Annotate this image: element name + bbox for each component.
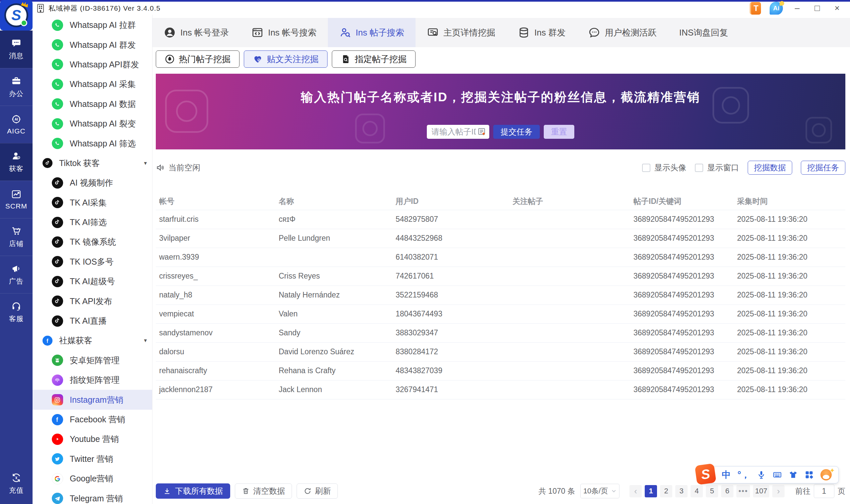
goto-page-input[interactable] <box>814 484 834 498</box>
goto-page: 前往 页 <box>795 484 845 498</box>
reset-button[interactable]: 重置 <box>544 125 574 139</box>
chevron-down-icon[interactable]: ▾ <box>144 337 147 344</box>
tab-homepage-detail-mining[interactable]: 主页详情挖掘 <box>415 18 507 47</box>
submit-task-button[interactable]: 提交任务 <box>493 125 540 139</box>
keyboard-icon[interactable] <box>773 470 782 480</box>
tray-ai-icon[interactable]: Ai <box>769 2 783 15</box>
menu-item-instagram-marketing[interactable]: Instagram营销 <box>33 390 152 409</box>
table-row[interactable]: crissreyes_Criss Reyes742617061368920584… <box>156 267 845 286</box>
next-page-button[interactable]: › <box>772 485 784 497</box>
minimize-button[interactable]: – <box>792 3 803 13</box>
menu-item-tk-api[interactable]: TK API发布 <box>33 291 152 311</box>
subtab-post-follow-mining[interactable]: 贴文关注挖掘 <box>244 51 327 68</box>
menu-item-fingerprint-matrix[interactable]: 指纹矩阵管理 <box>33 370 152 390</box>
tab-user-activity-check[interactable]: 用户检测活跃 <box>577 18 668 47</box>
rail-item-leads[interactable]: 获客 <box>0 143 33 181</box>
show-window-checkbox[interactable] <box>695 164 703 172</box>
rail-item-aigc[interactable]: AI AIGC <box>0 106 33 143</box>
menu-item-twitter-marketing[interactable]: Twitter 营销 <box>33 449 152 469</box>
rail-item-service[interactable]: 客服 <box>0 293 33 331</box>
prev-page-button[interactable]: ‹ <box>630 485 642 497</box>
menu-item-whatsapp-ai-caiji[interactable]: Whatsapp AI 采集 <box>33 74 152 94</box>
rail-item-ads[interactable]: 广告 <box>0 256 33 293</box>
download-all-button[interactable]: 下载所有数据 <box>156 483 230 499</box>
menu-item-tk-ai-shaixuan[interactable]: TK AI筛选 <box>33 213 152 232</box>
subtab-specified-post-mining[interactable]: 指定帖子挖掘 <box>332 51 415 68</box>
subtab-bar: 热门帖子挖掘 贴文关注挖掘 指定帖子挖掘 <box>156 51 850 68</box>
menu-item-tk-ios[interactable]: TK IOS多号 <box>33 252 152 272</box>
menu-item-tk-mirror[interactable]: TK 镜像系统 <box>33 232 152 252</box>
tray-tool-icon[interactable]: T <box>750 2 761 15</box>
close-button[interactable]: × <box>831 3 843 13</box>
rail-item-office[interactable]: 办公 <box>0 68 33 106</box>
menu-item-tk-super[interactable]: TK AI超级号 <box>33 272 152 291</box>
page-button[interactable]: 1 <box>645 485 657 497</box>
menu-item-tk-live[interactable]: TK AI直播 <box>33 311 152 331</box>
rail-item-scrm[interactable]: SCRM <box>0 181 33 218</box>
paste-icon[interactable] <box>477 127 486 137</box>
fox-icon[interactable]: ✦ <box>820 469 832 481</box>
table-row[interactable]: waern.3939614038207136892058474952012932… <box>156 248 845 267</box>
menu-item-whatsapp-ai-liebian[interactable]: Whatsapp AI 裂变 <box>33 114 152 133</box>
table-row[interactable]: starfruit.crisᴄʀɪΦ5482975807368920584749… <box>156 210 845 229</box>
menu-item-android-matrix[interactable]: 安卓矩阵管理 <box>33 350 152 370</box>
database-icon <box>518 26 530 38</box>
toolbox-icon[interactable] <box>804 470 814 480</box>
menu-item-whatsapp-ai-laqun[interactable]: Whatsapp AI 拉群 <box>33 15 152 35</box>
tab-ins-post-search[interactable]: Ins 帖子搜索 <box>328 18 415 47</box>
menu-item-whatsapp-ai-shuju[interactable]: Whatsapp AI 数据 <box>33 94 152 114</box>
show-avatar-option[interactable]: 显示头像 <box>642 162 686 173</box>
ime-mode-chinese[interactable]: 中 <box>722 469 731 481</box>
ime-punctuation[interactable]: °， <box>738 469 750 481</box>
menu-item-facebook-marketing[interactable]: Facebook 营销 <box>33 410 152 429</box>
page-button[interactable]: 5 <box>706 485 718 497</box>
menu-group-social[interactable]: 社媒获客▾ <box>33 331 152 350</box>
show-window-option[interactable]: 显示窗口 <box>695 162 739 173</box>
table-row[interactable]: vempiecatValen18043674493368920584749520… <box>156 304 845 323</box>
tab-ins-account-search[interactable]: Ins 帐号搜索 <box>240 18 328 47</box>
sogou-logo[interactable]: S <box>694 463 716 485</box>
last-page-button[interactable]: 107 <box>753 485 769 497</box>
mine-data-button[interactable]: 挖掘数据 <box>748 161 792 175</box>
menu-item-whatsapp-api-qunfa[interactable]: Whatsapp API群发 <box>33 55 152 74</box>
table-row[interactable]: sandystamenovSandy3883029347368920584749… <box>156 323 845 342</box>
menu-group-tiktok[interactable]: Tiktok 获客▾ <box>33 154 152 173</box>
table-row[interactable]: nataly_h8Nataly Hernández352215946836892… <box>156 286 845 304</box>
page-size-select[interactable]: 10条/页 <box>580 484 619 498</box>
rail-item-shop[interactable]: 店铺 <box>0 218 33 256</box>
menu-item-youtube-marketing[interactable]: Youtube 营销 <box>33 429 152 449</box>
menu-item-whatsapp-ai-qunfa[interactable]: Whatsapp AI 群发 <box>33 35 152 54</box>
page-button[interactable]: 3 <box>675 485 688 497</box>
table-row[interactable]: dalorsuDavid Lorenzo Suárez8380284172368… <box>156 342 845 361</box>
tab-ins-account-login[interactable]: Ins 帐号登录 <box>153 18 240 47</box>
page-button[interactable]: 6 <box>721 485 733 497</box>
message-icon <box>11 38 21 48</box>
page-button[interactable]: 4 <box>691 485 703 497</box>
table-row[interactable]: 3vilpaperPelle Lundgren44843252968368920… <box>156 229 845 248</box>
col-followed-post: 关注帖子 <box>509 193 630 210</box>
clear-data-button[interactable]: 清空数据 <box>235 483 292 499</box>
microphone-icon[interactable] <box>757 470 766 480</box>
menu-item-tk-ai-caiji[interactable]: TK AI采集 <box>33 193 152 213</box>
table-row[interactable]: jacklennon2187Jack Lennon326794147136892… <box>156 380 845 399</box>
subtab-hot-post-mining[interactable]: 热门帖子挖掘 <box>156 51 240 68</box>
tab-ins-inquiry-reply[interactable]: INS询盘回复 <box>668 18 739 47</box>
rail-item-messages[interactable]: 消息 <box>0 31 33 68</box>
rail-item-recharge[interactable]: ¥ 充值 <box>0 465 33 503</box>
chevron-down-icon[interactable]: ▾ <box>144 160 147 167</box>
tab-ins-bulk-send[interactable]: Ins 群发 <box>507 18 577 47</box>
page-button[interactable]: 2 <box>660 485 672 497</box>
menu-item-telegram-marketing[interactable]: Telegram 营销 <box>33 488 152 504</box>
refresh-button[interactable]: 刷新 <box>297 483 338 499</box>
table-row[interactable]: rehanaiscraftyRehana is Crafty4834382703… <box>156 361 845 380</box>
mine-task-button[interactable]: 挖掘任务 <box>801 161 845 175</box>
more-pages-button[interactable]: ••• <box>737 485 750 497</box>
user-icon <box>164 26 176 38</box>
skin-icon[interactable] <box>789 470 798 480</box>
titlebar: 私域神器 (ID-386176) Ver 3.4.0.5 T Ai – □ × <box>0 2 850 15</box>
menu-item-google-marketing[interactable]: Google营销 <box>33 469 152 488</box>
menu-item-ai-video[interactable]: AI 视频制作 <box>33 173 152 193</box>
show-avatar-checkbox[interactable] <box>642 164 650 172</box>
menu-item-whatsapp-ai-shaixuan[interactable]: Whatsapp AI 筛选 <box>33 133 152 153</box>
maximize-button[interactable]: □ <box>812 3 823 13</box>
